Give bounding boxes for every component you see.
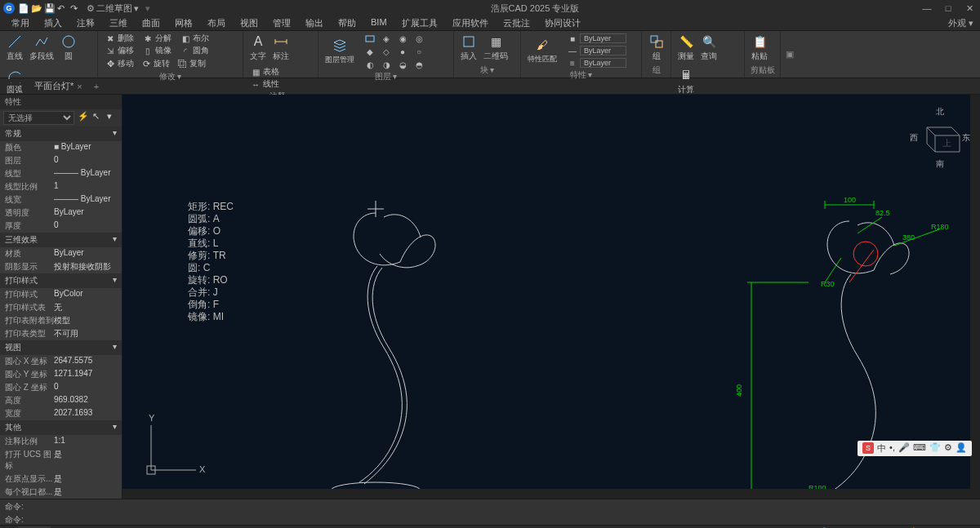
calc-button[interactable]: 🖩计算 — [676, 66, 696, 96]
property-row[interactable]: 圆心 Z 坐标0 — [0, 381, 122, 394]
layer-tool-icon[interactable]: ◑ — [379, 59, 394, 70]
rotate-button[interactable]: ⟳旋转 — [139, 57, 172, 70]
group-button[interactable]: 组 — [647, 33, 666, 63]
mirror-button[interactable]: ▯镜像 — [140, 45, 173, 56]
layer-tool-icon[interactable]: ◐ — [363, 59, 377, 70]
menu-item[interactable]: 常用 — [5, 16, 36, 30]
property-row[interactable]: 打印表附着到模型 — [0, 314, 122, 327]
drawing-canvas[interactable]: 矩形: REC圆弧: A偏移: O直线: L修剪: TR圆: C旋转: RO合并… — [122, 95, 980, 499]
close-button[interactable]: ✕ — [962, 3, 977, 14]
menu-item[interactable]: 帮助 — [332, 16, 363, 30]
layer-tool-icon[interactable]: ◓ — [412, 59, 426, 70]
property-row[interactable]: 线型——— ByLayer — [0, 167, 122, 180]
layer-tool-icon[interactable]: ◆ — [363, 46, 377, 57]
dim-button[interactable]: 标注 — [271, 33, 291, 63]
matchprop-button[interactable]: 🖌特性匹配 — [526, 36, 559, 65]
line-button[interactable]: 直线 — [5, 33, 24, 63]
query-button[interactable]: 🔍查询 — [699, 33, 719, 63]
ime-skin-icon[interactable]: 👕 — [929, 442, 941, 455]
property-row[interactable]: 线型比例1 — [0, 180, 122, 193]
property-row[interactable]: 在原点显示...是 — [0, 473, 122, 486]
redo-icon[interactable]: ↷ — [70, 3, 80, 13]
ime-keyboard-icon[interactable]: ⌨ — [913, 442, 926, 455]
linetype-dropdown[interactable]: —ByLayer — [565, 45, 628, 56]
property-row[interactable]: 阴影显示投射和接收阴影 — [0, 260, 122, 273]
property-row[interactable]: 注释比例1:1 — [0, 435, 122, 448]
move-button[interactable]: ✥移动 — [103, 57, 136, 70]
delete-button[interactable]: ✖删除 — [103, 33, 136, 44]
menu-item[interactable]: 布局 — [201, 16, 232, 30]
text-button[interactable]: A文字 — [248, 33, 268, 63]
layer-mgr-button[interactable]: 图层管理 — [323, 37, 356, 66]
menu-item[interactable]: 输出 — [299, 16, 330, 30]
property-row[interactable]: 厚度0 — [0, 220, 122, 233]
property-row[interactable]: 高度969.0382 — [0, 394, 122, 407]
quickselect-icon[interactable]: ⚡ — [78, 111, 89, 122]
lineweight-dropdown[interactable]: ≡ByLayer — [565, 57, 628, 69]
tabbar-handle-icon[interactable]: ⋮⋮ — [3, 81, 28, 91]
property-group-header[interactable]: 三维效果▾ — [0, 233, 122, 247]
layer-tool-icon[interactable]: ◎ — [412, 33, 426, 44]
offset-button[interactable]: ⇲偏移 — [103, 45, 136, 56]
paste-button[interactable]: 📋粘贴 — [750, 33, 769, 63]
property-row[interactable]: 透明度ByLayer — [0, 206, 122, 220]
property-row[interactable]: 图层0 — [0, 154, 122, 167]
command-input[interactable] — [27, 514, 975, 526]
doc-tab[interactable]: 平面台灯*× — [28, 78, 89, 94]
copy-button[interactable]: ⿻复制 — [175, 57, 207, 70]
explode-button[interactable]: ✱分解 — [140, 33, 173, 44]
layer-tool-icon[interactable]: ● — [395, 46, 410, 57]
property-row[interactable]: 宽度2027.1693 — [0, 407, 122, 420]
save-icon[interactable]: 💾 — [44, 3, 54, 13]
property-row[interactable]: 材质ByLayer — [0, 247, 122, 260]
linear-button[interactable]: ↔线性 — [248, 78, 281, 90]
property-row[interactable]: 每个视口都...是 — [0, 486, 122, 499]
color-dropdown[interactable]: ■ByLayer — [565, 33, 628, 44]
selection-dropdown[interactable]: 无选择 — [3, 111, 74, 125]
circle-button[interactable]: 圆 — [59, 33, 78, 63]
appearance-dropdown[interactable]: 外观 ▾ — [942, 16, 980, 30]
property-row[interactable]: 圆心 Y 坐标1271.1947 — [0, 368, 122, 381]
menu-item[interactable]: 网格 — [168, 16, 199, 30]
maximize-button[interactable]: □ — [941, 3, 956, 14]
ime-user-icon[interactable]: 👤 — [956, 442, 967, 455]
qrcode-button[interactable]: ▦二维码 — [482, 33, 510, 63]
menu-item[interactable]: 曲面 — [136, 16, 167, 30]
property-row[interactable]: 圆心 X 坐标2647.5575 — [0, 355, 122, 368]
layer-tool-icon[interactable]: ◇ — [379, 46, 394, 57]
property-row[interactable]: 打印样式ByColor — [0, 288, 122, 301]
measure-button[interactable]: 📏测量 — [676, 33, 696, 63]
fillet-button[interactable]: ◜圆角 — [178, 45, 211, 56]
property-group-header[interactable]: 常规▾ — [0, 126, 122, 141]
menu-item[interactable]: 注释 — [70, 16, 101, 30]
menu-item[interactable]: 视图 — [234, 16, 265, 30]
layer-tool-icon[interactable]: ◈ — [379, 33, 394, 44]
insert-button[interactable]: 插入 — [459, 33, 479, 63]
horizontal-scrollbar[interactable] — [122, 489, 980, 499]
new-icon[interactable]: 📄 — [18, 3, 28, 13]
ime-mic-icon[interactable]: 🎤 — [898, 442, 910, 455]
ime-punct-icon[interactable]: •, — [889, 442, 895, 455]
menu-item[interactable]: 应用软件 — [446, 16, 495, 30]
menu-item[interactable]: 云批注 — [497, 16, 537, 30]
layer-tool-icon[interactable]: ○ — [412, 46, 426, 57]
bool-button[interactable]: ◧布尔 — [178, 33, 211, 44]
menu-item[interactable]: 协同设计 — [538, 16, 587, 30]
undo-icon[interactable]: ↶ — [57, 3, 67, 13]
property-group-header[interactable]: 视图▾ — [0, 340, 122, 355]
viewcube[interactable]: 北 南 东 西 上 — [906, 103, 972, 168]
property-row[interactable]: 打开 UCS 图标是 — [0, 448, 122, 473]
property-row[interactable]: 线宽——— ByLayer — [0, 193, 122, 206]
property-group-header[interactable]: 其他▾ — [0, 420, 122, 435]
layer-tool-icon[interactable]: ◒ — [395, 59, 410, 70]
layer-tool-icon[interactable] — [363, 33, 377, 44]
open-icon[interactable]: 📂 — [31, 3, 41, 13]
ime-settings-icon[interactable]: ⚙ — [944, 442, 952, 455]
polyline-button[interactable]: 多段线 — [28, 33, 56, 63]
layer-tool-icon[interactable]: ◉ — [395, 33, 410, 44]
property-group-header[interactable]: 打印样式▾ — [0, 273, 122, 288]
table-button[interactable]: ▦表格 — [248, 66, 281, 78]
pick-icon[interactable]: ↖ — [92, 111, 104, 122]
filter-icon[interactable]: ▾ — [107, 111, 118, 122]
menu-item[interactable]: 管理 — [266, 16, 297, 30]
